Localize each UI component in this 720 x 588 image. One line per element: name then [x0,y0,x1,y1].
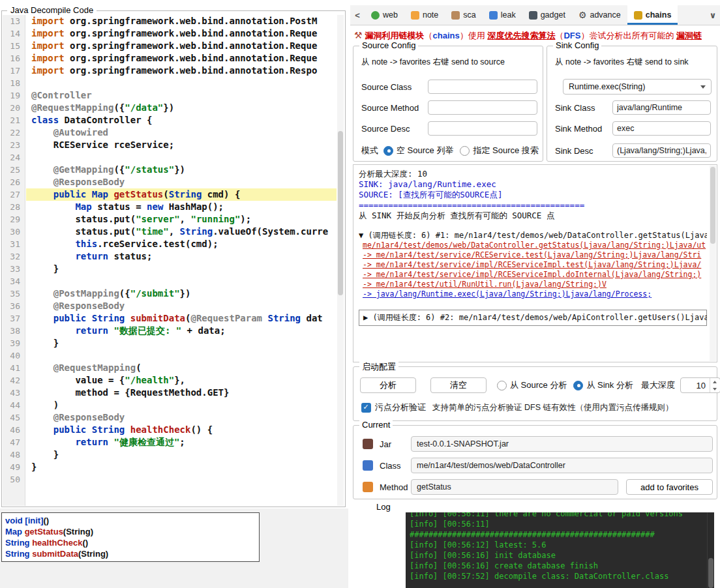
method-list-item[interactable]: void [init]() [5,515,256,526]
current-method-row: Method add to favorites [363,479,713,495]
note-icon [411,11,419,20]
code-editor[interactable]: 1314151617181920212223242526272829303132… [3,15,344,506]
sink-config-group: Sink Config 从 note -> favorites 右键 send … [547,46,717,162]
tab-advance[interactable]: ⚙advance [572,5,627,25]
log-title: Log [376,502,391,512]
line-number: 45 [3,411,25,424]
sink-class-input[interactable] [612,100,711,115]
line-number: 18 [3,77,25,89]
code-line-46: public String healthCheck() { [26,424,337,436]
code-line-48: } [26,448,337,461]
chain-link[interactable]: -> me/n1ar4/test/util/RunUtil.run(Ljava/… [359,280,707,289]
method-list[interactable]: void [init]()Map getStatus(String)String… [1,512,260,562]
line-number: 34 [3,275,25,287]
method-label: Method [380,482,411,492]
stepper-down-icon[interactable] [710,385,720,392]
text-segment: @ResponseBody [31,301,125,311]
log-line: ########################################… [410,529,704,540]
radio-specified-source[interactable] [460,146,470,156]
tab-note[interactable]: note [404,5,445,25]
line-number: 15 [3,40,25,52]
radio-from-sink[interactable] [573,381,583,390]
stepper-up-icon[interactable] [710,378,720,385]
chain-link[interactable]: me/n1ar4/test/demos/web/DataController.g… [359,241,707,250]
log-console[interactable]: [info] [00:56:11] there are no commercia… [406,512,714,588]
tab-scroll-back-icon[interactable]: < [350,5,365,25]
analyze-button[interactable]: 分析 [360,377,416,393]
class-input[interactable] [411,458,713,473]
code-line-23: RCEService rceService; [26,139,337,151]
text-segment: Map [75,201,91,212]
chain-link[interactable]: -> java/lang/Runtime.exec(Ljava/lang/Str… [359,289,707,299]
source-class-input[interactable] [428,80,537,94]
text-segment: String [180,226,213,237]
text-segment: ({ [113,164,125,175]
chain-2-collapsed-row[interactable]: ▶ (调用链长度: 6) #2: me/n1ar4/test/demos/web… [359,310,707,326]
code-line-33: } [26,263,337,275]
line-number: 27 [3,188,25,201]
log-line: [info] [00:56:16] init database [410,550,704,561]
tab-leak[interactable]: leak [483,5,522,25]
output-scrollbar-thumb[interactable] [710,167,715,244]
clear-button[interactable]: 清空 [430,377,487,393]
chain-link[interactable]: -> me/n1ar4/test/service/RCEService.test… [359,250,707,260]
sink-desc-input[interactable] [612,143,711,158]
tab-sca[interactable]: sca [445,5,482,25]
tab-list-chevron-down-icon[interactable]: ∨ [706,5,720,25]
chain-link[interactable]: -> me/n1ar4/test/service/impl/RCEService… [359,260,707,270]
line-number: 22 [3,126,25,139]
code-line-25: @GetMapping({"/status"}) [26,164,337,176]
text-segment: org.springframework.web.bind.annotation.… [70,28,317,38]
source-desc-input[interactable] [428,121,537,136]
stepper-buttons[interactable] [710,378,720,392]
taint-verify-checkbox[interactable] [361,403,371,413]
method-input[interactable] [411,479,618,495]
text-segment: @RequestParam [190,313,262,323]
code-line-29: status.put("server", "running"); [26,213,337,226]
text-segment: public String [31,424,130,435]
text-segment: Map [5,527,25,537]
radio-empty-source[interactable] [383,146,393,156]
chain-link[interactable]: -> me/n1ar4/test/service/impl/RCEService… [359,270,707,280]
max-depth-stepper[interactable]: 10 [680,377,720,393]
text-segment: } [31,462,37,472]
text-segment: getStatus [25,527,63,537]
method-list-item[interactable]: String submitData(String) [5,548,256,559]
sink-method-input[interactable] [612,121,711,136]
code-line-24 [26,151,337,164]
sink-preset-select[interactable]: Runtime.exec(String) [563,79,712,95]
run-config-row1: 分析 清空 从 Source 分析 从 Sink 分析 最大深度 10 [360,377,712,393]
source-class-row: Source Class [361,79,537,95]
text-segment: } [31,338,59,348]
banner-segment: 深度优先搜索算法 [487,31,555,40]
text-segment: submitData [130,313,185,323]
tab-web[interactable]: web [365,5,404,25]
editor-scrollbar-thumb[interactable] [338,131,343,295]
add-to-favorites-button[interactable]: add to favorites [626,479,713,495]
tab-chains[interactable]: chains [627,5,678,25]
editor-scrollbar[interactable] [337,15,344,506]
method-list-item[interactable]: String healthCheck() [5,537,256,548]
analysis-output[interactable]: 分析最大深度: 10SINK: java/lang/Runtime.execSO… [353,164,717,362]
output-scrollbar[interactable] [710,166,716,361]
source-method-label: Source Method [361,103,428,113]
text-segment [31,239,75,249]
code-line-36: @ResponseBody [26,300,337,312]
current-jar-row: Jar [363,436,713,452]
class-label: Class [380,461,411,471]
console-line: ========================================… [359,200,707,211]
text-segment: @GetMapping [31,164,113,175]
text-segment: ); [240,214,251,224]
chain-1-header[interactable]: ▼ (调用链长度: 6) #1: me/n1ar4/test/demos/web… [359,230,707,241]
radio-from-source[interactable] [497,381,507,390]
method-list-item[interactable]: Map getStatus(String) [5,526,256,537]
text-segment: org.springframework.web.bind.annotation.… [70,53,317,63]
tab-gadget[interactable]: gadget [522,5,572,25]
line-number: 13 [3,15,25,27]
sink-class-row: Sink Class [555,100,711,115]
code-line-31: this.rceService.test(cmd); [26,238,337,250]
jar-input[interactable] [411,436,713,452]
log-scrollbar-thumb[interactable] [708,558,713,588]
log-scrollbar[interactable] [707,512,714,588]
source-method-input[interactable] [428,100,537,115]
